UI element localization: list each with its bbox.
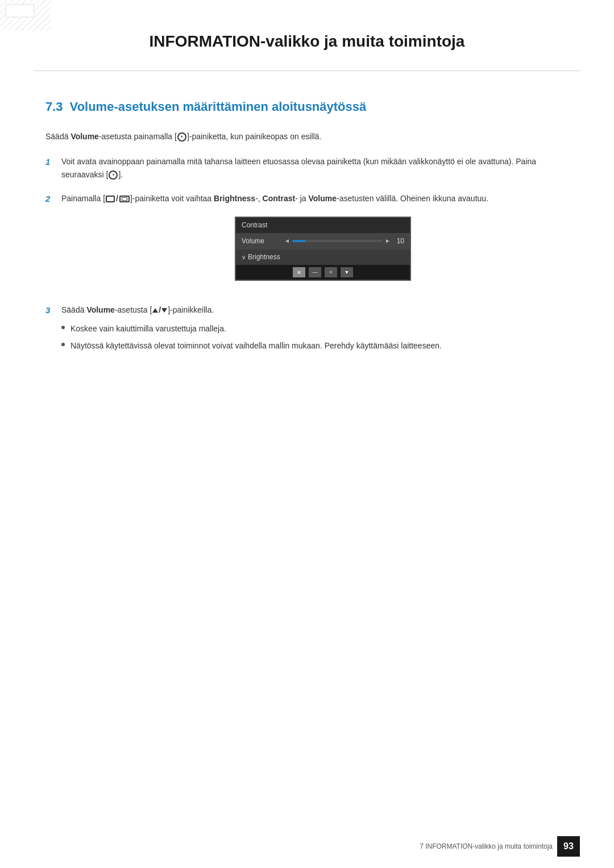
- page-number: 93: [557, 836, 580, 857]
- rect2-icon: [119, 196, 130, 202]
- osd-volume-value: 10: [393, 236, 404, 247]
- step3-volume-bold: Volume: [86, 305, 115, 314]
- osd-close-btn[interactable]: ✕: [293, 267, 305, 277]
- intro-bold-volume: Volume: [70, 132, 99, 141]
- osd-row-volume: Volume ◄ ► 10: [236, 234, 410, 250]
- circle-icon: [177, 132, 186, 142]
- osd-right-arrow: ►: [385, 236, 391, 246]
- osd-brightness-label: Brightness: [248, 252, 291, 263]
- section-heading: 7.3Volume-asetuksen määrittäminen aloitu…: [45, 99, 569, 114]
- brightness-bold: Brightness: [214, 194, 255, 203]
- volume-bold: Volume: [309, 194, 337, 203]
- osd-left-arrow: ◄: [284, 236, 290, 246]
- bullet-dot-2: [61, 343, 65, 346]
- intro-paragraph: Säädä Volume-asetusta painamalla []-pain…: [45, 130, 569, 143]
- bullet-item-2: Näytössä käytettävissä olevat toiminnot …: [61, 339, 569, 352]
- bullet-text-1: Koskee vain kaiuttimilla varustettuja ma…: [70, 322, 226, 335]
- bullet-item-1: Koskee vain kaiuttimilla varustettuja ma…: [61, 322, 569, 335]
- step-3-content: Säädä Volume-asetusta [/]-painikkeilla. …: [61, 304, 569, 356]
- section-title: Volume-asetuksen määrittäminen aloitusnä…: [70, 99, 367, 114]
- section-number: 7.3: [45, 99, 63, 114]
- step1-circle-icon: [109, 171, 118, 180]
- rect-icon: [106, 196, 115, 202]
- numbered-list: 1 Voit avata avainoppaan painamalla mitä…: [45, 155, 569, 356]
- decorative-diagonal: [0, 0, 51, 31]
- osd-slider-track: [292, 240, 383, 242]
- step-2-content: Painamalla [/]-painiketta voit vaihtaa B…: [61, 192, 569, 292]
- page-wrapper: INFORMATION-valikko ja muita toimintoja …: [0, 0, 614, 868]
- step-2: 2 Painamalla [/]-painiketta voit vaihtaa…: [45, 192, 569, 292]
- footer-text: 7 INFORMATION-valikko ja muita toimintoj…: [420, 842, 553, 850]
- page-footer: 7 INFORMATION-valikko ja muita toimintoj…: [420, 836, 580, 857]
- osd-slider-area: ◄ ► 10: [284, 236, 404, 247]
- osd-bottom-bar: ✕ — + ▼: [236, 265, 410, 280]
- triangle-down-icon: [161, 308, 167, 313]
- osd-box: Contrast Volume ◄ ►: [235, 217, 411, 281]
- step-3: 3 Säädä Volume-asetusta [/]-painikkeilla…: [45, 304, 569, 356]
- osd-chevron-icon: ∨: [242, 253, 246, 262]
- osd-plus-btn[interactable]: +: [325, 267, 337, 277]
- bullet-dot-1: [61, 326, 65, 329]
- bullet-text-2: Näytössä käytettävissä olevat toiminnot …: [70, 339, 442, 352]
- contrast-bold: Contrast: [263, 194, 296, 203]
- bullet-list: Koskee vain kaiuttimilla varustettuja ma…: [61, 322, 569, 352]
- triangle-up-icon: [152, 308, 158, 313]
- page-title-bar: INFORMATION-valikko ja muita toimintoja: [0, 0, 614, 70]
- osd-contrast-label: Contrast: [242, 220, 284, 231]
- osd-row-contrast: Contrast: [236, 218, 410, 234]
- osd-minus-btn[interactable]: —: [309, 267, 321, 277]
- osd-mockup: Contrast Volume ◄ ►: [77, 217, 569, 281]
- step-1-number: 1: [45, 155, 61, 169]
- step-1: 1 Voit avata avainoppaan painamalla mitä…: [45, 155, 569, 181]
- svg-rect-2: [6, 5, 34, 17]
- osd-down-btn[interactable]: ▼: [341, 267, 353, 277]
- step-1-content: Voit avata avainoppaan painamalla mitä t…: [61, 155, 569, 181]
- content-area: 7.3Volume-asetuksen määrittäminen aloitu…: [0, 71, 614, 413]
- osd-slider-fill: [292, 240, 306, 242]
- step-3-number: 3: [45, 304, 61, 317]
- page-title: INFORMATION-valikko ja muita toimintoja: [34, 18, 580, 59]
- osd-volume-label: Volume: [242, 236, 284, 247]
- osd-row-brightness: ∨ Brightness: [236, 250, 410, 265]
- step-2-number: 2: [45, 192, 61, 206]
